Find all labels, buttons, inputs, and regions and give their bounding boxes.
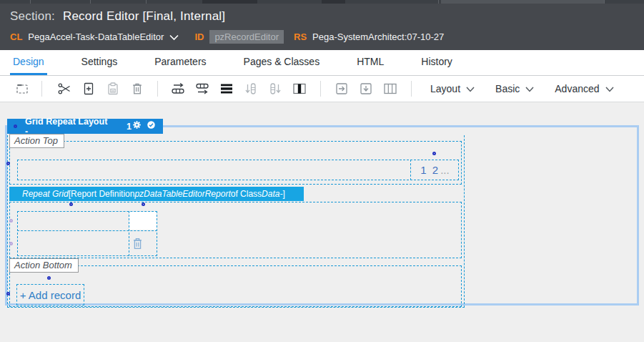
repeat-grid-text: [Report Definition [69, 189, 135, 199]
check-circle-icon[interactable] [146, 119, 157, 133]
tab-settings[interactable]: Settings [79, 50, 121, 75]
tab-parameters[interactable]: Parameters [152, 50, 209, 75]
action-bottom-label: Action Bottom [9, 258, 79, 273]
rule-header: Section: Record Editor [Final, Internal]… [0, 4, 644, 50]
chevron-down-icon [605, 86, 615, 93]
split-column-icon[interactable] [290, 79, 309, 98]
column-handle-icon[interactable] [142, 202, 145, 206]
tab-divider [146, 0, 147, 4]
delete-icon[interactable] [128, 79, 147, 98]
basic-dropdown[interactable]: Basic [495, 83, 535, 94]
page-title: Section: Record Editor [Final, Internal] [0, 4, 644, 24]
insert-row-before-icon[interactable] [169, 79, 187, 98]
pega-section-editor-window: Section: Record Editor [Final, Internal]… [0, 0, 644, 342]
grid-row-divider [17, 230, 157, 231]
tab-divider [90, 0, 91, 4]
cut-icon[interactable] [55, 79, 74, 98]
column-handle-icon[interactable] [69, 202, 73, 206]
layout-dropdown[interactable]: Layout [430, 83, 475, 94]
design-toolbar: Layout Basic Advanced [0, 76, 644, 102]
rule-form-tabs: Design Settings Parameters Pages & Class… [0, 50, 644, 76]
gear-icon[interactable] [132, 119, 142, 133]
move-row-down-icon[interactable] [242, 79, 260, 98]
chevron-down-icon [465, 86, 475, 93]
pagination-control[interactable]: 1 2 ... [411, 160, 459, 180]
action-top-cell[interactable] [17, 160, 459, 180]
id-key-label: ID [194, 31, 204, 42]
row-handle-icon[interactable] [9, 242, 13, 245]
row-handle-icon[interactable] [9, 219, 13, 223]
add-record-button[interactable]: + Add record [16, 284, 84, 306]
columns-icon[interactable] [381, 79, 400, 98]
basic-dropdown-label: Basic [495, 83, 520, 94]
tab-history[interactable]: History [418, 50, 455, 75]
pagination-ellipsis: ... [440, 164, 450, 176]
section-id-field: pzRecordEditor [209, 30, 284, 44]
action-top-handle-icon[interactable] [6, 162, 10, 165]
tab-design[interactable]: Design [10, 50, 47, 75]
expand-down-icon[interactable] [357, 79, 375, 98]
repeat-grid-name: Repeat Grid [22, 189, 69, 199]
add-item-icon[interactable] [79, 79, 98, 98]
layout-handle-icon[interactable] [14, 124, 17, 128]
repeat-grid-text: ] [282, 189, 284, 199]
marquee-select-icon[interactable] [13, 79, 31, 98]
pagination-handle-icon[interactable] [432, 152, 436, 155]
tab-divider [604, 0, 605, 4]
design-canvas[interactable]: Grid Repeat Layout - 1 [0, 102, 644, 342]
action-top-label: Action Top [9, 134, 64, 148]
grid-layout-index: 1 [127, 122, 132, 132]
grid-repeat-layout-header[interactable]: Grid Repeat Layout - 1 [7, 119, 163, 134]
workspace-tabs-strip[interactable] [0, 0, 644, 4]
applies-to-class-value[interactable]: PegaAccel-Task-DataTableEditor [28, 31, 164, 42]
chevron-down-icon [525, 86, 535, 93]
cl-key-label: CL [10, 31, 22, 42]
advanced-dropdown-label: Advanced [555, 83, 599, 94]
class-chevron-down-icon[interactable] [169, 32, 179, 43]
delete-row-icon[interactable] [132, 237, 144, 253]
tab-divider [438, 0, 439, 4]
advanced-dropdown[interactable]: Advanced [555, 83, 614, 94]
move-row-up-icon[interactable] [266, 79, 284, 98]
report-class-name: Data- [262, 189, 282, 199]
repeat-grid-header[interactable]: Repeat Grid [Report Definition pzDataTab… [9, 187, 304, 201]
layout-dropdown-label: Layout [430, 83, 460, 94]
add-record-handle-icon[interactable] [47, 276, 51, 280]
merge-cells-icon[interactable] [217, 79, 236, 98]
repeat-grid-text: of Class [231, 189, 262, 199]
tab-pages-classes[interactable]: Pages & Classes [241, 50, 323, 75]
rule-key-row: CL PegaAccel-Task-DataTableEditor ID pzR… [10, 30, 644, 44]
pagination-pages[interactable]: 1 2 [420, 164, 440, 176]
workspace-tab-segment-active[interactable] [441, 0, 604, 4]
tab-divider [30, 0, 31, 4]
workspace-tab-segment[interactable] [202, 0, 257, 4]
rule-type-label: Section: [10, 9, 55, 23]
tab-html[interactable]: HTML [354, 50, 387, 75]
ruleset-version-value: Pega-SystemArchitect:07-10-27 [312, 31, 444, 42]
workspace-tab-segment[interactable] [322, 0, 345, 4]
rs-key-label: RS [294, 31, 307, 42]
rule-name-label: Record Editor [Final, Internal] [63, 9, 225, 23]
expand-right-icon[interactable] [332, 79, 351, 98]
report-definition-name: pzDataTableEditorReport [134, 189, 230, 199]
action-bottom-handle-icon[interactable] [6, 292, 10, 295]
insert-row-after-icon[interactable] [193, 79, 212, 98]
paste-icon[interactable] [104, 79, 122, 98]
selected-grid-cell[interactable] [129, 212, 157, 230]
add-record-label: + Add record [20, 289, 81, 301]
